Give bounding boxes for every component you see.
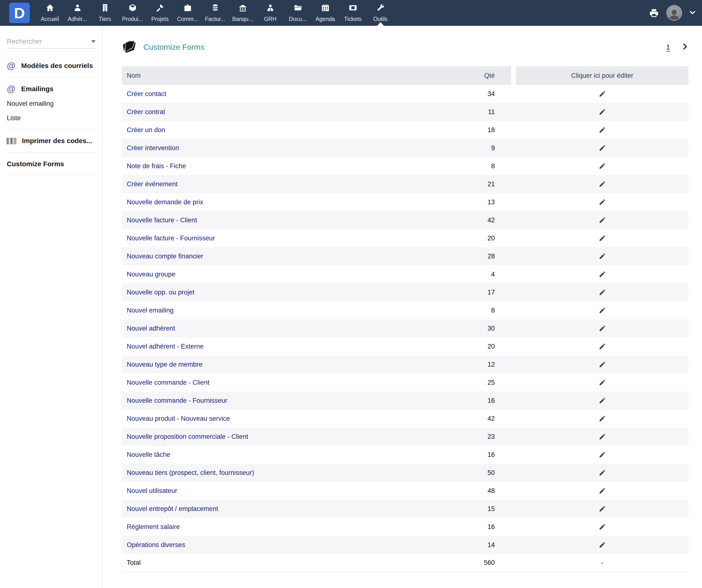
nav-item-projets[interactable]: Projets [146, 0, 174, 26]
table-row: Nouveau produit - Nouveau service 42 [122, 409, 689, 428]
page-title: Customize Forms [143, 43, 205, 52]
edit-cell [516, 451, 689, 458]
edit-pencil-icon[interactable] [599, 108, 606, 116]
edit-pencil-icon[interactable] [599, 433, 606, 440]
total-label: Total [122, 559, 415, 567]
bank-icon [238, 3, 247, 14]
user-avatar[interactable] [667, 5, 682, 21]
sidebar-item-email-templates[interactable]: @ Modèles des courriels [0, 58, 102, 74]
form-name: Nouveau tiers (prospect, client, fournis… [122, 469, 415, 477]
form-qty: 20 [415, 343, 495, 350]
edit-pencil-icon[interactable] [599, 307, 606, 314]
edit-pencil-icon[interactable] [599, 361, 606, 368]
total-edit-dash: - [516, 559, 689, 567]
nav-item-agenda[interactable]: Agenda [312, 0, 339, 26]
form-qty: 48 [415, 487, 495, 495]
header-gap [511, 66, 516, 85]
table-row: Nouveau tiers (prospect, client, fournis… [122, 464, 689, 482]
form-name: Nouvel emailing [122, 307, 415, 314]
edit-cell [516, 108, 689, 116]
edit-pencil-icon[interactable] [599, 541, 606, 549]
sidebar-item-customize-forms[interactable]: Customize Forms [0, 156, 102, 171]
edit-pencil-icon[interactable] [599, 415, 606, 422]
form-name: Créer contrat [122, 108, 415, 116]
nav-item-grh[interactable]: GRH [256, 0, 284, 26]
sidebar-item-new-emailing[interactable]: Nouvel emailing [0, 97, 102, 111]
edit-cell [516, 469, 689, 476]
form-name: Nouvel adhérent [122, 325, 415, 332]
form-qty: 14 [415, 541, 495, 549]
folder-open-icon [294, 3, 302, 14]
cube-icon [128, 3, 137, 14]
table-row: Nouvelle opp. ou projet 17 [122, 283, 689, 301]
suitcase-icon [183, 3, 192, 14]
sidebar-menu: @ Modèles des courriels @ Emailings Nouv… [0, 58, 102, 176]
form-name: Créer événement [122, 181, 415, 188]
form-name: Opérations diverses [122, 541, 415, 549]
nav-item-tiers[interactable]: Tiers [91, 0, 119, 26]
edit-pencil-icon[interactable] [599, 469, 606, 476]
edit-pencil-icon[interactable] [599, 126, 606, 134]
edit-cell [516, 361, 689, 368]
edit-pencil-icon[interactable] [599, 379, 606, 386]
table-row: Nouvelle commande - Fournisseur 16 [122, 391, 689, 409]
edit-pencil-icon[interactable] [599, 199, 606, 206]
form-qty: 18 [415, 126, 495, 134]
search-input[interactable] [7, 37, 91, 45]
edit-cell [516, 415, 689, 422]
edit-pencil-icon[interactable] [599, 505, 606, 512]
nav-item-banques[interactable]: Banqu... [229, 0, 256, 26]
edit-pencil-icon[interactable] [599, 270, 606, 278]
chevron-down-icon[interactable] [689, 9, 696, 17]
total-row: Total 560 - [122, 554, 689, 572]
nav-item-accueil[interactable]: Accueil [36, 0, 64, 26]
form-name: Créer intervention [122, 144, 415, 152]
pagination: 1 [666, 43, 689, 51]
edit-pencil-icon[interactable] [599, 181, 606, 188]
form-qty: 12 [415, 361, 495, 368]
edit-cell [516, 325, 689, 332]
nav-item-facturation[interactable]: Factur... [201, 0, 229, 26]
sidebar-item-list[interactable]: Liste [0, 111, 102, 125]
print-icon[interactable] [649, 8, 660, 18]
edit-pencil-icon[interactable] [599, 144, 606, 152]
next-page-icon[interactable] [681, 43, 689, 51]
form-name: Créer contact [122, 90, 415, 98]
edit-pencil-icon[interactable] [599, 90, 606, 98]
edit-cell [516, 162, 689, 170]
nav-item-adherents[interactable]: Adhér... [64, 0, 91, 26]
edit-pencil-icon[interactable] [599, 487, 606, 494]
sidebar-search[interactable] [7, 37, 96, 48]
search-dropdown-caret-icon[interactable] [91, 40, 96, 43]
edit-pencil-icon[interactable] [599, 288, 606, 296]
form-name: Nouvel entrepôt / emplacement [122, 505, 415, 513]
sidebar-item-print-codes[interactable]: Imprimer des codes... [0, 133, 102, 148]
edit-pencil-icon[interactable] [599, 451, 606, 458]
table-row: Nouvel emailing 8 [122, 301, 689, 319]
edit-cell [516, 307, 689, 314]
divider [7, 77, 96, 78]
app-logo[interactable]: D [9, 3, 30, 23]
nav-item-outils[interactable]: Outils [367, 0, 394, 26]
nav-item-commerce[interactable]: Comm... [174, 0, 201, 26]
form-qty: 9 [415, 144, 495, 152]
edit-pencil-icon[interactable] [599, 343, 606, 350]
edit-cell [516, 343, 689, 350]
form-qty: 8 [415, 162, 495, 170]
sidebar-item-emailings[interactable]: @ Emailings [0, 82, 102, 97]
form-qty: 42 [415, 217, 495, 224]
table-row: Nouvelle commande - Client 25 [122, 373, 689, 391]
main-content: Customize Forms 1 Nom Qté Cliquer ici po… [103, 26, 702, 572]
edit-pencil-icon[interactable] [599, 162, 606, 170]
edit-pencil-icon[interactable] [599, 217, 606, 224]
edit-pencil-icon[interactable] [599, 397, 606, 404]
nav-item-documents[interactable]: Docu... [284, 0, 312, 26]
form-name: Nouvelle commande - Fournisseur [122, 397, 415, 404]
edit-pencil-icon[interactable] [599, 235, 606, 242]
edit-pencil-icon[interactable] [599, 253, 606, 260]
edit-pencil-icon[interactable] [599, 523, 606, 531]
page-number-link[interactable]: 1 [666, 43, 670, 51]
nav-item-produits[interactable]: Produi... [119, 0, 146, 26]
nav-item-tickets[interactable]: Tickets [339, 0, 367, 26]
edit-pencil-icon[interactable] [599, 325, 606, 332]
